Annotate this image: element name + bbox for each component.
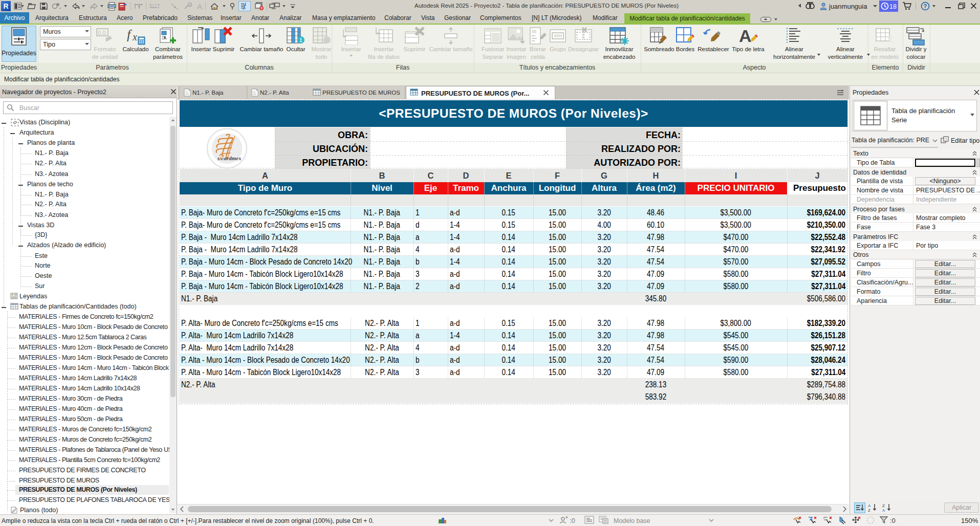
svg-text:?: ? <box>924 3 927 9</box>
svg-text:A: A <box>882 508 885 512</box>
svg-text:A: A <box>739 27 752 45</box>
svg-text:Z: Z <box>882 503 885 508</box>
svg-text:0.0: 0.0 <box>98 30 105 36</box>
svg-text:18: 18 <box>889 3 897 10</box>
svg-text:x: x <box>132 31 137 42</box>
svg-text:f: f <box>127 27 133 42</box>
svg-text:Z: Z <box>868 508 870 512</box>
svg-text:A: A <box>868 503 871 508</box>
svg-text:sicardmex: sicardmex <box>217 155 242 161</box>
svg-text:A: A <box>197 2 202 11</box>
